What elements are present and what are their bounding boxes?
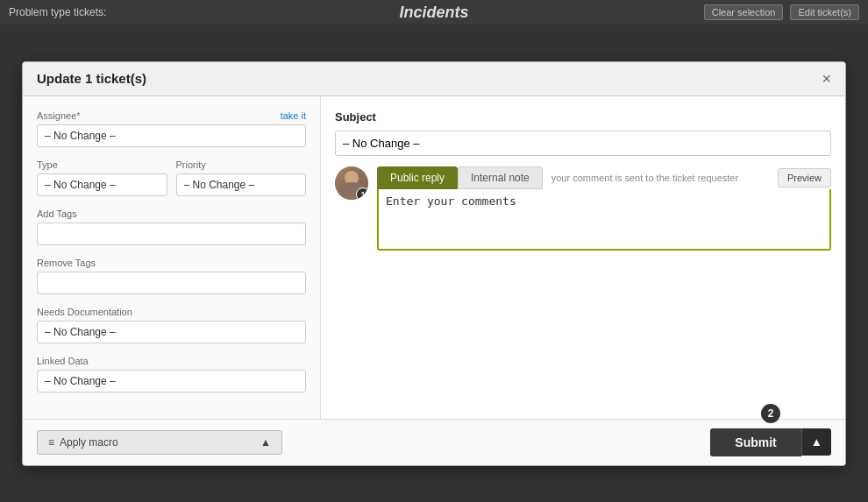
- type-field-group: Type: [37, 159, 167, 196]
- submit-area: 2 Submit ▲: [710, 428, 831, 456]
- modal-overlay: Update 1 ticket(s) × Assignee* take it: [0, 25, 868, 502]
- needs-doc-label: Needs Documentation: [37, 307, 306, 317]
- modal-title: Update 1 ticket(s): [37, 71, 146, 86]
- right-panel: Subject 1: [321, 96, 845, 419]
- left-panel: Assignee* take it Type Priority: [23, 96, 321, 419]
- avatar: 1: [335, 166, 368, 200]
- add-tags-field-group: Add Tags: [37, 209, 306, 245]
- type-priority-row: Type Priority: [37, 159, 306, 209]
- update-ticket-modal: Update 1 ticket(s) × Assignee* take it: [22, 61, 846, 466]
- tab-hint-text: your comment is sent to the ticket reque…: [551, 173, 778, 183]
- needs-doc-input[interactable]: [37, 321, 306, 343]
- preview-button[interactable]: Preview: [778, 168, 831, 187]
- remove-tags-label: Remove Tags: [37, 258, 306, 268]
- remove-tags-field-group: Remove Tags: [37, 258, 306, 294]
- add-tags-input[interactable]: [37, 223, 306, 245]
- avatar-badge-1: 1: [356, 187, 368, 200]
- page-title: Incidents: [399, 4, 468, 22]
- page-background: Problem type tickets: Incidents Clear se…: [0, 0, 868, 502]
- top-bar: Problem type tickets: Incidents Clear se…: [0, 0, 868, 25]
- linked-data-label: Linked Data: [37, 356, 306, 366]
- apply-macro-arrow-icon: ▲: [260, 436, 271, 449]
- comment-textarea[interactable]: [377, 189, 831, 251]
- assignee-label-row: Assignee* take it: [37, 110, 306, 121]
- top-bar-actions: Clear selection Edit ticket(s): [704, 4, 859, 20]
- needs-doc-field-group: Needs Documentation: [37, 307, 306, 343]
- apply-macro-icon: ≡: [48, 436, 54, 449]
- comment-area: 1 Public reply Internal note your commen…: [335, 166, 831, 253]
- subject-section-label: Subject: [335, 110, 831, 124]
- apply-macro-left: ≡ Apply macro: [48, 436, 118, 449]
- priority-label: Priority: [176, 159, 307, 170]
- linked-data-input[interactable]: [37, 370, 306, 392]
- take-it-link[interactable]: take it: [281, 110, 306, 121]
- type-input[interactable]: [37, 173, 167, 196]
- comment-editor: Public reply Internal note your comment …: [377, 166, 831, 253]
- priority-input[interactable]: [176, 173, 307, 196]
- submit-dropdown-button[interactable]: ▲: [801, 428, 831, 456]
- apply-macro-label: Apply macro: [60, 436, 118, 449]
- clear-selection-button[interactable]: Clear selection: [704, 4, 784, 20]
- modal-footer: ≡ Apply macro ▲ 2 Submit ▲: [23, 419, 845, 465]
- assignee-input[interactable]: [37, 124, 306, 147]
- modal-close-button[interactable]: ×: [822, 71, 831, 87]
- modal-body: Assignee* take it Type Priority: [23, 96, 845, 419]
- remove-tags-input[interactable]: [37, 272, 306, 294]
- type-label: Type: [37, 159, 167, 170]
- internal-note-tab[interactable]: Internal note: [458, 166, 543, 189]
- apply-macro-button[interactable]: ≡ Apply macro ▲: [37, 430, 282, 455]
- modal-header: Update 1 ticket(s) ×: [23, 62, 845, 96]
- editor-tabs: Public reply Internal note your comment …: [377, 166, 831, 189]
- priority-field-group: Priority: [176, 159, 307, 196]
- submit-button[interactable]: Submit: [710, 428, 800, 456]
- linked-data-field-group: Linked Data: [37, 356, 306, 392]
- subject-input[interactable]: [335, 131, 831, 156]
- top-bar-left-text: Problem type tickets:: [9, 6, 106, 18]
- add-tags-label: Add Tags: [37, 209, 306, 219]
- edit-ticket-button[interactable]: Edit ticket(s): [790, 4, 859, 20]
- submit-badge-2: 2: [761, 404, 780, 423]
- public-reply-tab[interactable]: Public reply: [377, 166, 458, 189]
- assignee-label: Assignee*: [37, 110, 81, 121]
- assignee-field-group: Assignee* take it: [37, 110, 306, 147]
- submit-arrow-icon: ▲: [811, 435, 822, 449]
